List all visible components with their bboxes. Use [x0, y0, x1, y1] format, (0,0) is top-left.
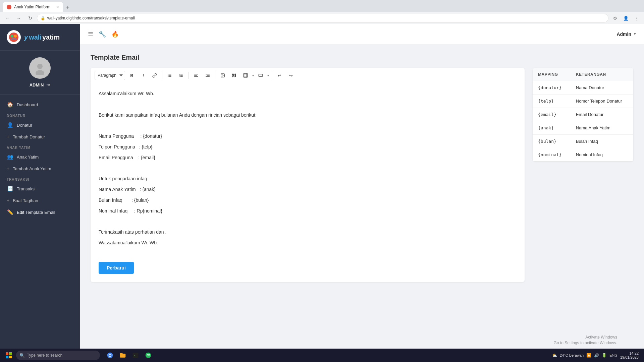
- svg-rect-34: [9, 356, 12, 358]
- browser-toolbar-right: ⚙ 👤 ⋮: [610, 13, 641, 23]
- svg-point-8: [168, 74, 168, 75]
- lang-text: ENG: [609, 353, 618, 357]
- sidebar-item-donatur[interactable]: 👤 Donatur: [0, 119, 80, 131]
- mapping-code-cell: {telp}: [533, 95, 571, 108]
- reload-button[interactable]: ↻: [25, 13, 35, 23]
- taskbar-app-terminal[interactable]: >_: [129, 349, 142, 361]
- logo-wali: wali: [29, 34, 42, 41]
- svg-rect-5: [169, 74, 171, 74]
- mapping-table: MAPPING KETERANGAN {donatur}Nama Donatur…: [533, 68, 633, 161]
- embed-button[interactable]: [256, 71, 265, 80]
- quote-button[interactable]: [229, 71, 239, 80]
- logout-button[interactable]: ⇥: [46, 82, 50, 87]
- lock-icon: 🔒: [41, 16, 45, 20]
- svg-rect-6: [169, 75, 171, 75]
- table-button[interactable]: [241, 71, 250, 80]
- forward-button[interactable]: →: [14, 13, 23, 23]
- svg-rect-7: [169, 76, 171, 77]
- mapping-row: {nominal}Nominal Infaq: [533, 148, 633, 162]
- systray: ⛅ 24°C Berawan 🔼 🔊 🔋 ENG 14:22 19/01/202…: [549, 351, 641, 359]
- mapping-code-cell: {bulan}: [533, 135, 571, 148]
- undo-button[interactable]: ↩: [275, 71, 284, 80]
- sidebar-item-dashboard[interactable]: 🏠 Dashboard: [0, 99, 80, 111]
- sidebar-donatur-label: Donatur: [17, 123, 32, 128]
- taskbar: 🔍 Type here to search >_: [0, 349, 644, 362]
- sidebar-item-transaksi[interactable]: 🧾 Transaksi: [0, 183, 80, 195]
- image-button[interactable]: [218, 71, 227, 80]
- profile-button[interactable]: 👤: [621, 13, 631, 23]
- italic-button[interactable]: I: [139, 71, 148, 80]
- email-line-6: Telpon Pengguna : {telp}: [99, 143, 517, 151]
- mapping-code-cell: {donatur}: [533, 81, 571, 95]
- username-text: ADMIN: [30, 82, 44, 87]
- mapping-table-content: MAPPING KETERANGAN {donatur}Nama Donatur…: [533, 68, 633, 161]
- sidebar-item-tambah-donatur[interactable]: + Tambah Donatur: [0, 131, 80, 142]
- mapping-code-cell: {nominal}: [533, 148, 571, 162]
- address-bar[interactable]: 🔒 wali-yatim.digitindo.com/transaksi/tem…: [37, 14, 608, 22]
- svg-rect-18: [194, 75, 197, 75]
- email-line-12: Nominal Infaq : Rp{nominal}: [99, 207, 517, 215]
- wrench-icon[interactable]: 🔧: [99, 31, 106, 38]
- mapping-keterangan-cell: Nominal Infaq: [571, 148, 633, 162]
- back-button[interactable]: ←: [3, 13, 12, 23]
- sidebar-item-anak-yatim[interactable]: 👥 Anak Yatim: [0, 151, 80, 163]
- topbar-left: ☰ 🔧 🔥: [88, 31, 119, 38]
- windows-activation: Activate Windows Go to Settings to activ…: [554, 335, 617, 346]
- svg-point-9: [168, 75, 168, 76]
- paragraph-select[interactable]: Paragraph: [95, 71, 125, 80]
- page-title: Template Email: [91, 54, 633, 61]
- new-tab-button[interactable]: +: [63, 3, 72, 12]
- taskbar-app-chrome[interactable]: [104, 349, 116, 361]
- align-right-button[interactable]: [203, 71, 212, 80]
- svg-rect-21: [207, 75, 210, 75]
- toolbar-divider-2: [189, 72, 189, 79]
- update-button[interactable]: Perbarui: [99, 262, 134, 274]
- email-line-13: [99, 218, 517, 226]
- sidebar-item-buat-tagihan[interactable]: + Buat Tagihan: [0, 195, 80, 206]
- sidebar-item-tambah-anak-yatim[interactable]: + Tambah Anak Yatim: [0, 163, 80, 174]
- embed-chevron[interactable]: ▾: [267, 74, 269, 77]
- browser-chrome: Anak Yatim Platform ✕ + ← → ↻ 🔒 wali-yat…: [0, 0, 644, 24]
- svg-rect-12: [180, 75, 183, 75]
- taskbar-search[interactable]: 🔍 Type here to search: [16, 351, 100, 360]
- sidebar-tambah-anak-yatim-label: Tambah Anak Yatim: [13, 166, 51, 171]
- svg-point-2: [14, 35, 17, 38]
- svg-rect-25: [244, 73, 248, 77]
- redo-button[interactable]: ↪: [286, 71, 296, 80]
- start-button[interactable]: [3, 349, 15, 361]
- align-left-button[interactable]: [192, 71, 201, 80]
- extensions-button[interactable]: ⚙: [610, 13, 620, 23]
- svg-rect-19: [194, 76, 198, 77]
- taskbar-app-explorer[interactable]: [117, 349, 129, 361]
- plus-icon-tagihan: +: [7, 198, 9, 203]
- tab-close-button[interactable]: ✕: [56, 5, 59, 9]
- admin-label[interactable]: Admin: [616, 32, 631, 37]
- unordered-list-button[interactable]: [165, 71, 174, 80]
- svg-point-1: [11, 35, 13, 38]
- sidebar-item-edit-template[interactable]: ✏️ Edit Template Email: [0, 206, 80, 218]
- plus-icon: +: [7, 134, 9, 139]
- bold-button[interactable]: B: [127, 71, 137, 80]
- sidebar-logo: y wali yatim: [0, 24, 80, 51]
- table-chevron[interactable]: ▾: [252, 74, 254, 77]
- mapping-row: {donatur}Nama Donatur: [533, 81, 633, 95]
- menu-button[interactable]: ⋮: [632, 13, 641, 23]
- ordered-list-button[interactable]: 123: [176, 71, 186, 80]
- email-line-1: Assalamu'alaikum Wr. Wb.: [99, 90, 517, 98]
- editor-card: Paragraph B I 123: [91, 68, 525, 282]
- active-tab[interactable]: Anak Yatim Platform ✕: [3, 2, 63, 12]
- editor-body[interactable]: Assalamu'alaikum Wr. Wb. Berikut kami sa…: [91, 83, 525, 256]
- sidebar-username: ADMIN ⇥: [30, 82, 51, 87]
- content-area: Template Email Paragraph B I: [80, 44, 644, 362]
- fire-icon[interactable]: 🔥: [111, 31, 119, 38]
- sidebar-section-anak-yatim: ANAK YATIM: [0, 142, 80, 151]
- toolbar-divider-1: [162, 72, 162, 79]
- link-button[interactable]: [150, 71, 159, 80]
- svg-point-37: [109, 355, 111, 356]
- hamburger-icon[interactable]: ☰: [88, 31, 93, 38]
- admin-chevron-icon[interactable]: ▾: [634, 32, 636, 36]
- edit-template-icon: ✏️: [7, 209, 13, 215]
- taskbar-app-spotify[interactable]: [142, 349, 154, 361]
- svg-rect-17: [194, 74, 198, 74]
- mapping-code-cell: {email}: [533, 108, 571, 121]
